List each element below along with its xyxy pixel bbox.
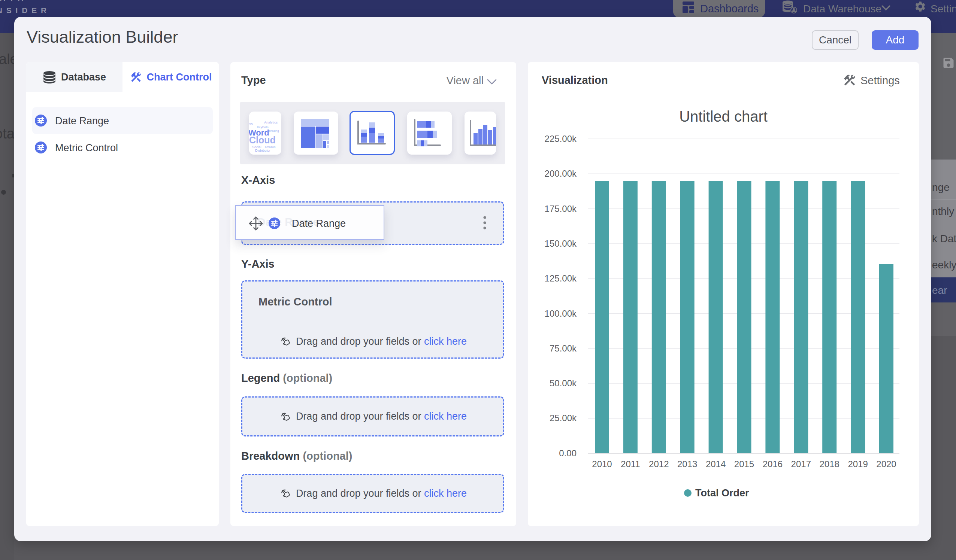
- svg-text:amazon: amazon: [265, 145, 275, 149]
- svg-text:150.00k: 150.00k: [545, 238, 577, 249]
- svg-text:2019: 2019: [848, 459, 868, 469]
- svg-text:2013: 2013: [677, 459, 697, 469]
- svg-text:Cloud: Cloud: [249, 135, 276, 145]
- svg-text:Distributor: Distributor: [255, 149, 270, 152]
- svg-text:2014: 2014: [706, 459, 726, 469]
- svg-text:50.00k: 50.00k: [550, 378, 577, 388]
- svg-text:Analytics: Analytics: [264, 121, 278, 124]
- svg-text:2017: 2017: [791, 459, 811, 469]
- svg-text:200.00k: 200.00k: [545, 168, 577, 179]
- svg-text:siness: siness: [249, 122, 253, 126]
- svg-text:125.00k: 125.00k: [545, 273, 577, 283]
- svg-text:2015: 2015: [734, 459, 754, 469]
- svg-text:Total Order: Total Order: [695, 487, 749, 499]
- svg-text:0.00: 0.00: [559, 448, 577, 458]
- svg-text:100.00k: 100.00k: [545, 309, 577, 318]
- svg-text:2018: 2018: [820, 459, 840, 469]
- svg-text:175.00k: 175.00k: [545, 204, 577, 214]
- svg-text:2010: 2010: [592, 459, 612, 469]
- svg-text:225.00k: 225.00k: [545, 133, 577, 144]
- svg-text:Phrasing: Phrasing: [267, 129, 279, 133]
- svg-text:2016: 2016: [763, 459, 783, 469]
- svg-text:2012: 2012: [649, 459, 669, 469]
- svg-text:25.00k: 25.00k: [550, 413, 577, 423]
- svg-text:2011: 2011: [621, 459, 640, 469]
- svg-text:2020: 2020: [876, 459, 896, 469]
- svg-text:75.00k: 75.00k: [550, 343, 577, 353]
